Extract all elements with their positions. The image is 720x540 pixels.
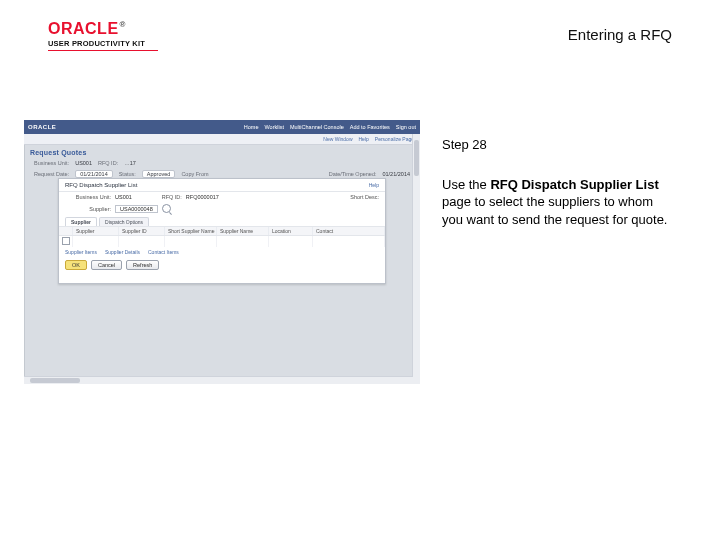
ok-button[interactable]: OK: [65, 260, 87, 270]
link-supplier-details[interactable]: Supplier Details: [105, 249, 140, 255]
page-section-title: Request Quotes: [24, 145, 420, 158]
app-top-nav: Home Worklist MultiChannel Console Add t…: [244, 124, 416, 130]
rfq-value: …17: [124, 160, 136, 166]
app-topbar: ORACLE Home Worklist MultiChannel Consol…: [24, 120, 420, 134]
row-checkbox[interactable]: [62, 237, 70, 245]
instruction-prefix: Use the: [442, 177, 490, 192]
page-header: ORACLE® USER PRODUCTIVITY KIT Entering a…: [48, 20, 672, 60]
col-supplier[interactable]: Supplier: [73, 227, 119, 235]
embedded-screenshot: ORACLE Home Worklist MultiChannel Consol…: [24, 120, 420, 384]
logo-underline: [48, 50, 158, 51]
cell-location: [269, 236, 313, 247]
datetime-label: Date/Time Opened:: [329, 171, 377, 177]
product-line-text: USER PRODUCTIVITY KIT: [48, 39, 158, 48]
status-label: Status:: [119, 171, 136, 177]
col-contact[interactable]: Contact: [313, 227, 385, 235]
req-date-label: Request Date:: [34, 171, 69, 177]
nav-multichannel[interactable]: MultiChannel Console: [290, 124, 344, 130]
tab-dispatch-options[interactable]: Dispatch Options: [99, 217, 149, 226]
dialog-meta-row: Business Unit: US001 RFQ ID: RFQ0000017 …: [59, 192, 385, 202]
col-select: [59, 227, 73, 235]
cell-supplier-name: [217, 236, 269, 247]
col-short-name[interactable]: Short Supplier Name: [165, 227, 217, 235]
dialog-title: RFQ Dispatch Supplier List: [65, 182, 137, 188]
status-value[interactable]: Approved: [142, 170, 176, 178]
bu-value: US001: [75, 160, 92, 166]
col-supplier-name[interactable]: Supplier Name: [217, 227, 269, 235]
dialog-button-row: OK Cancel Refresh: [59, 257, 385, 273]
dialog-tabs: Supplier Dispatch Options: [59, 215, 385, 226]
tab-supplier[interactable]: Supplier: [65, 217, 97, 226]
instruction-bold: RFQ Dispatch Supplier List: [490, 177, 658, 192]
cell-short-name: [165, 236, 217, 247]
col-location[interactable]: Location: [269, 227, 313, 235]
copy-from-label[interactable]: Copy From: [181, 171, 208, 177]
dlg-rfq-label: RFQ ID:: [136, 194, 182, 200]
app-subnav: New Window Help Personalize Page: [24, 134, 420, 145]
nav-home[interactable]: Home: [244, 124, 259, 130]
refresh-button[interactable]: Refresh: [126, 260, 159, 270]
dlg-bu-value: US001: [115, 194, 132, 200]
step-number: Step 28: [442, 136, 672, 154]
subnav-new-window[interactable]: New Window: [323, 136, 352, 142]
vertical-scrollbar[interactable]: [412, 134, 420, 384]
registered-mark: ®: [120, 20, 126, 29]
dialog-help-link[interactable]: Help: [369, 182, 379, 188]
document-title: Entering a RFQ: [568, 26, 672, 43]
nav-favorites[interactable]: Add to Favorites: [350, 124, 390, 130]
col-supplier-id[interactable]: Supplier ID: [119, 227, 165, 235]
rfq-label: RFQ ID:: [98, 160, 118, 166]
dlg-bu-label: Business Unit:: [65, 194, 111, 200]
bu-label: Business Unit:: [34, 160, 69, 166]
oracle-wordmark: ORACLE®: [48, 20, 158, 38]
dialog-titlebar: RFQ Dispatch Supplier List Help: [59, 179, 385, 192]
subnav-help[interactable]: Help: [359, 136, 369, 142]
supplier-grid-header: Supplier Supplier ID Short Supplier Name…: [59, 226, 385, 236]
subnav-personalize[interactable]: Personalize Page: [375, 136, 414, 142]
dialog-supplier-row: Supplier: USA0000048: [59, 202, 385, 215]
dialog-link-row: Supplier Items Supplier Details Contact …: [59, 247, 385, 257]
link-supplier-items[interactable]: Supplier Items: [65, 249, 97, 255]
lookup-icon[interactable]: [162, 204, 171, 213]
link-contact-items[interactable]: Contact Items: [148, 249, 179, 255]
oracle-upk-logo: ORACLE® USER PRODUCTIVITY KIT: [48, 20, 158, 51]
cancel-button[interactable]: Cancel: [91, 260, 122, 270]
horizontal-scrollbar[interactable]: [24, 376, 413, 384]
nav-signout[interactable]: Sign out: [396, 124, 416, 130]
dlg-supplier-label: Supplier:: [65, 206, 111, 212]
instruction-panel: Step 28 Use the RFQ Dispatch Supplier Li…: [442, 136, 672, 228]
oracle-text: ORACLE: [48, 20, 119, 37]
supplier-grid-row[interactable]: [59, 236, 385, 247]
cell-supplier-id: [119, 236, 165, 247]
dlg-shortdesc-label: Short Desc:: [333, 194, 379, 200]
meta-row-1: Business Unit: US001 RFQ ID: …17: [24, 158, 420, 168]
dlg-rfq-value: RFQ0000017: [186, 194, 219, 200]
datetime-value: 01/21/2014: [382, 171, 410, 177]
supplier-input[interactable]: USA0000048: [115, 205, 158, 213]
req-date-value[interactable]: 01/21/2014: [75, 170, 113, 178]
cell-contact: [313, 236, 385, 247]
nav-worklist[interactable]: Worklist: [264, 124, 283, 130]
step-instruction-text: Use the RFQ Dispatch Supplier List page …: [442, 176, 672, 229]
horizontal-scroll-thumb[interactable]: [30, 378, 80, 383]
cell-supplier: [73, 236, 119, 247]
rfq-dispatch-supplier-list-dialog: RFQ Dispatch Supplier List Help Business…: [58, 178, 386, 284]
instruction-suffix: page to select the suppliers to whom you…: [442, 194, 667, 227]
app-brand: ORACLE: [28, 124, 56, 130]
vertical-scroll-thumb[interactable]: [414, 140, 419, 176]
